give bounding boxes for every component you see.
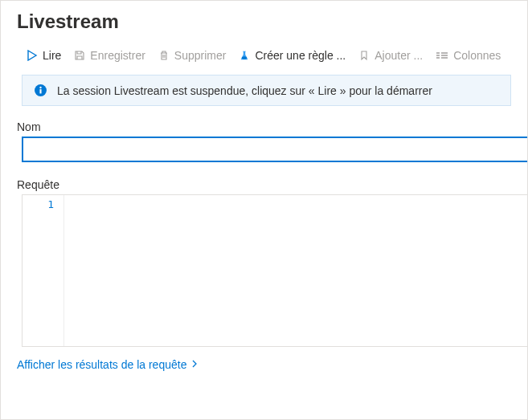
info-message: La session Livestream est suspendue, cli… <box>57 84 432 97</box>
flask-icon <box>239 50 250 61</box>
query-code-area[interactable] <box>64 195 527 346</box>
show-results-link[interactable]: Afficher les résultats de la requête <box>1 347 527 382</box>
query-editor[interactable]: 1 <box>22 194 527 347</box>
trash-icon <box>158 50 170 61</box>
delete-button[interactable]: Supprimer <box>153 47 231 63</box>
name-label: Nom <box>1 116 527 137</box>
save-button[interactable]: Enregistrer <box>69 47 149 63</box>
add-button[interactable]: Ajouter ... <box>354 47 428 63</box>
columns-label: Colonnes <box>453 49 501 62</box>
page-title: Livestream <box>1 1 527 39</box>
play-icon <box>27 50 38 61</box>
show-results-label: Afficher les résultats de la requête <box>17 358 186 371</box>
chevron-right-icon <box>191 360 198 369</box>
svg-rect-3 <box>39 89 41 93</box>
save-label: Enregistrer <box>90 49 145 62</box>
svg-point-2 <box>39 87 41 88</box>
create-rule-button[interactable]: Créer une règle ... <box>234 47 350 63</box>
delete-label: Supprimer <box>174 49 227 62</box>
add-label: Ajouter ... <box>375 49 423 62</box>
info-icon <box>34 84 47 97</box>
svg-point-0 <box>242 56 247 59</box>
columns-button[interactable]: Colonnes <box>431 47 505 63</box>
line-gutter: 1 <box>23 195 64 346</box>
toolbar: Lire Enregistrer Supprimer Créer une règ… <box>1 39 527 71</box>
save-icon <box>74 50 85 61</box>
query-label: Requête <box>1 173 527 194</box>
info-banner: La session Livestream est suspendue, cli… <box>22 75 511 106</box>
bookmark-icon <box>358 50 370 61</box>
name-input[interactable] <box>22 137 527 162</box>
columns-icon <box>436 50 448 61</box>
play-label: Lire <box>43 49 61 62</box>
create-rule-label: Créer une règle ... <box>255 49 346 62</box>
line-number: 1 <box>23 198 54 210</box>
play-button[interactable]: Lire <box>22 47 66 63</box>
